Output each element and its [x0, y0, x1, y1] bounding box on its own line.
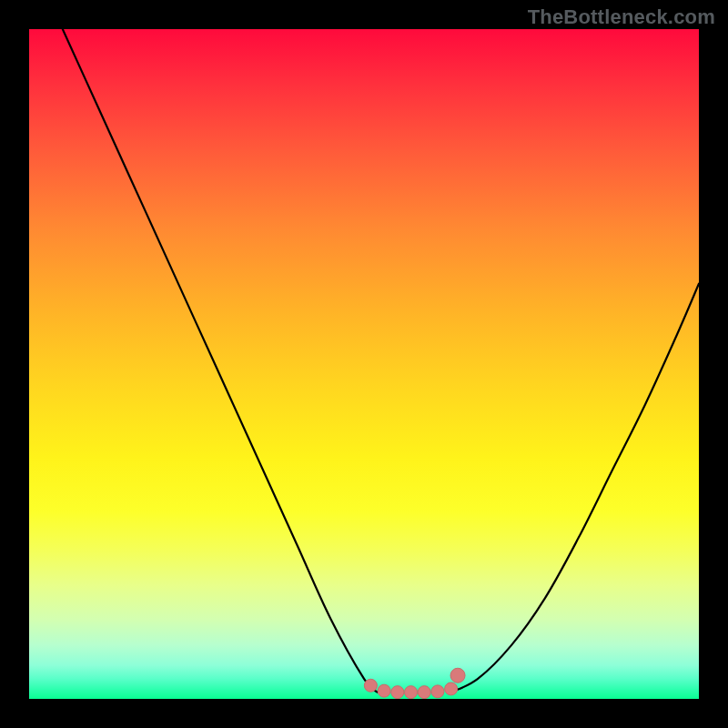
marker-dot — [391, 686, 404, 699]
curve-layer — [29, 29, 699, 699]
marker-dot — [418, 686, 430, 699]
marker-dot — [445, 682, 458, 695]
plot-area — [29, 29, 699, 699]
marker-dot — [405, 686, 418, 699]
marker-dot — [364, 679, 377, 692]
marker-dot — [378, 684, 390, 697]
bottom-dots — [364, 668, 465, 698]
left-curve — [63, 29, 378, 693]
marker-dot — [431, 685, 444, 698]
right-curve — [451, 284, 699, 693]
chart-frame: TheBottleneck.com — [0, 0, 728, 728]
marker-dot — [450, 668, 465, 682]
watermark-text: TheBottleneck.com — [528, 5, 715, 29]
